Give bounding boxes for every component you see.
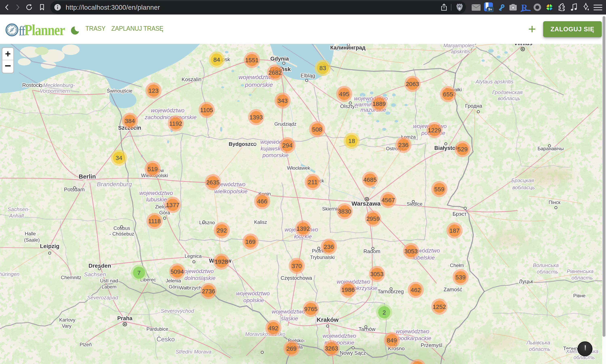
svg-text:2063: 2063: [406, 81, 419, 87]
svg-text:84: 84: [213, 56, 220, 63]
svg-text:495: 495: [339, 91, 349, 97]
svg-text:Severovýchod: Severovýchod: [161, 308, 194, 314]
svg-text:Střední Morava: Střední Morava: [176, 349, 211, 355]
svg-text:Česko: Česko: [156, 336, 175, 343]
svg-text:województwo: województwo: [272, 309, 305, 315]
svg-text:2: 2: [383, 309, 386, 316]
svg-text:Пінск: Пінск: [549, 200, 561, 205]
svg-text:Przemyśl: Przemyśl: [421, 342, 442, 348]
svg-text:4685: 4685: [363, 176, 377, 183]
svg-text:Praha: Praha: [117, 315, 132, 321]
svg-text:вобласць: вобласць: [498, 95, 520, 101]
svg-text:Mecklenburg-: Mecklenburg-: [43, 82, 75, 88]
svg-text:Kraków: Kraków: [317, 316, 339, 323]
svg-text:Marijampolės: Marijampolės: [443, 44, 475, 49]
svg-text:Брэсцкая: Брэсцкая: [511, 177, 534, 183]
svg-text:Bydgoszcz: Bydgoszcz: [229, 141, 256, 147]
svg-text:9765: 9765: [304, 306, 318, 312]
svg-text:1229: 1229: [428, 127, 441, 133]
svg-text:292: 292: [217, 227, 227, 234]
svg-text:169: 169: [245, 238, 256, 245]
svg-text:- Chóśebuz: - Chóśebuz: [109, 231, 134, 236]
svg-text:Warszawa: Warszawa: [351, 200, 381, 207]
svg-text:Ústí nad: Ústí nad: [100, 278, 118, 283]
svg-text:область: область: [537, 269, 558, 275]
svg-text:Wałbrzych: Wałbrzych: [179, 285, 201, 290]
svg-text:województwo: województwo: [151, 107, 185, 114]
svg-text:(Saale): (Saale): [24, 237, 39, 243]
svg-text:Рівненська: Рівненська: [567, 268, 593, 274]
svg-text:Karlovy: Karlovy: [59, 317, 75, 323]
svg-text:Brandenburg: Brandenburg: [97, 181, 132, 187]
svg-text:Nowy Sącz: Nowy Sącz: [340, 350, 366, 356]
svg-text:Kalisz: Kalisz: [254, 219, 267, 225]
svg-text:1928: 1928: [215, 258, 228, 265]
svg-text:Рівне: Рівне: [573, 293, 586, 298]
svg-text:Волинська: Волинська: [533, 262, 559, 268]
svg-text:1252: 1252: [433, 303, 446, 310]
svg-text:область: область: [529, 346, 550, 352]
svg-text:508: 508: [312, 126, 322, 133]
svg-text:Sachsen-: Sachsen-: [7, 206, 30, 212]
svg-text:lubuskie: lubuskie: [146, 196, 167, 203]
svg-text:opolskie: opolskie: [244, 297, 264, 303]
svg-text:Zamość: Zamość: [444, 286, 462, 292]
svg-text:211: 211: [308, 179, 318, 185]
svg-text:492: 492: [268, 325, 278, 331]
svg-text:pomorskie: pomorskie: [245, 81, 273, 88]
svg-text:236: 236: [398, 142, 408, 148]
svg-text:Thüringen: Thüringen: [0, 271, 20, 277]
svg-text:370: 370: [292, 263, 302, 269]
svg-text:śląskie: śląskie: [281, 315, 298, 322]
svg-text:Grudziądz: Grudziądz: [274, 121, 296, 127]
svg-text:województwo: województwo: [236, 290, 270, 297]
svg-text:Koszalin: Koszalin: [181, 76, 201, 82]
svg-text:apskritis: apskritis: [451, 49, 470, 54]
svg-text:Anhalt: Anhalt: [9, 213, 24, 219]
svg-text:5094: 5094: [170, 268, 184, 275]
svg-text:Trybunalski: Trybunalski: [310, 255, 335, 260]
svg-text:2682: 2682: [269, 69, 282, 76]
svg-text:294: 294: [282, 142, 293, 149]
svg-text:1377: 1377: [166, 202, 180, 208]
svg-text:область: область: [571, 275, 593, 281]
svg-text:539: 539: [455, 274, 466, 281]
svg-text:187: 187: [450, 227, 460, 234]
svg-text:2736: 2736: [202, 288, 215, 295]
svg-text:1551: 1551: [245, 57, 259, 64]
svg-text:województwo: województwo: [322, 333, 356, 339]
svg-text:655: 655: [443, 91, 453, 98]
svg-text:Гродзенская: Гродзенская: [492, 89, 523, 95]
svg-text:7: 7: [137, 270, 141, 276]
svg-text:Severozápad: Severozápad: [87, 295, 118, 300]
svg-text:849: 849: [387, 337, 397, 344]
svg-text:18: 18: [348, 138, 355, 144]
svg-text:529: 529: [458, 146, 468, 153]
svg-text:Луцьк: Луцьк: [519, 278, 533, 285]
svg-text:3053: 3053: [370, 271, 384, 277]
svg-text:Pardubice: Pardubice: [146, 326, 168, 332]
svg-text:Rostock: Rostock: [22, 82, 41, 88]
svg-text:519: 519: [148, 166, 158, 172]
svg-text:województwo: województwo: [396, 328, 429, 335]
svg-text:384: 384: [125, 117, 135, 124]
svg-text:вобласць: вобласць: [512, 184, 535, 191]
svg-text:Chemnitz: Chemnitz: [61, 275, 81, 280]
svg-text:Sachsen: Sachsen: [84, 271, 106, 278]
svg-text:1118: 1118: [148, 218, 161, 224]
svg-text:Гродна: Гродна: [465, 103, 482, 109]
svg-text:3830: 3830: [338, 208, 351, 215]
svg-text:1192: 1192: [169, 120, 182, 127]
svg-text:Góra: Góra: [169, 284, 180, 289]
svg-text:wielkopolskie: wielkopolskie: [214, 188, 248, 195]
svg-text:1392: 1392: [297, 225, 310, 232]
svg-text:4567: 4567: [382, 197, 395, 203]
svg-text:Leszno: Leszno: [199, 220, 215, 225]
svg-text:Брэст: Брэст: [452, 211, 467, 217]
svg-text:Vary: Vary: [62, 323, 72, 329]
svg-text:Berlin: Berlin: [78, 173, 96, 180]
svg-text:466: 466: [257, 198, 267, 205]
svg-text:1889: 1889: [373, 100, 386, 107]
svg-text:1986: 1986: [341, 286, 355, 293]
svg-text:Świnoujście: Świnoujście: [107, 88, 132, 93]
